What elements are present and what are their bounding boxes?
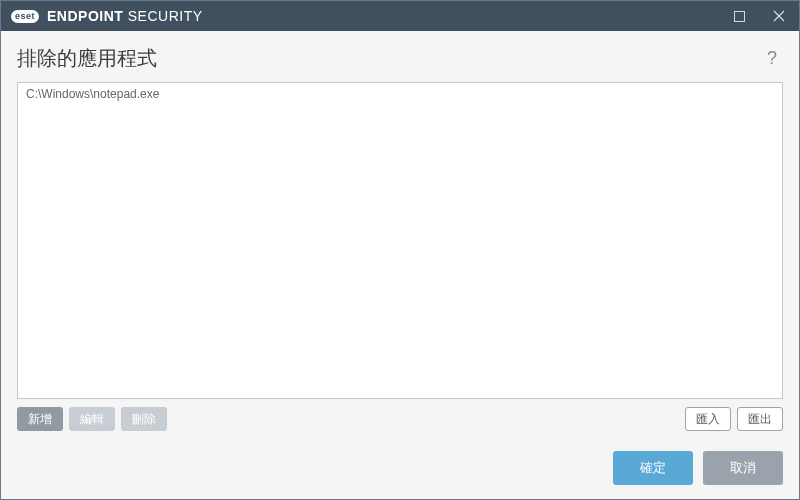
maximize-button[interactable] bbox=[719, 1, 759, 31]
page-title: 排除的應用程式 bbox=[17, 45, 157, 72]
help-icon: ? bbox=[767, 48, 777, 69]
cancel-button[interactable]: 取消 bbox=[703, 451, 783, 485]
brand: eset ENDPOINT SECURITY bbox=[11, 8, 203, 24]
edit-button: 編輯 bbox=[69, 407, 115, 431]
heading-row: 排除的應用程式 ? bbox=[17, 45, 783, 72]
list-item[interactable]: C:\Windows\notepad.exe bbox=[18, 83, 782, 105]
export-button[interactable]: 匯出 bbox=[737, 407, 783, 431]
list-item-path: C:\Windows\notepad.exe bbox=[26, 87, 159, 101]
brand-text: ENDPOINT SECURITY bbox=[47, 8, 203, 24]
titlebar: eset ENDPOINT SECURITY bbox=[1, 1, 799, 31]
close-button[interactable] bbox=[759, 1, 799, 31]
delete-button: 刪除 bbox=[121, 407, 167, 431]
content: 排除的應用程式 ? C:\Windows\notepad.exe 新增 編輯 刪… bbox=[1, 31, 799, 500]
footer: 確定 取消 bbox=[17, 431, 783, 500]
list-toolbar: 新增 編輯 刪除 匯入 匯出 bbox=[17, 407, 783, 431]
close-icon bbox=[773, 10, 785, 22]
excluded-apps-list[interactable]: C:\Windows\notepad.exe bbox=[17, 82, 783, 399]
window-controls bbox=[719, 1, 799, 31]
import-button[interactable]: 匯入 bbox=[685, 407, 731, 431]
maximize-icon bbox=[734, 11, 745, 22]
add-button[interactable]: 新增 bbox=[17, 407, 63, 431]
brand-text-bold: ENDPOINT bbox=[47, 8, 123, 24]
help-button[interactable]: ? bbox=[761, 48, 783, 70]
ok-button[interactable]: 確定 bbox=[613, 451, 693, 485]
brand-text-light: SECURITY bbox=[128, 8, 203, 24]
brand-badge: eset bbox=[11, 10, 39, 23]
svg-rect-0 bbox=[734, 11, 744, 21]
